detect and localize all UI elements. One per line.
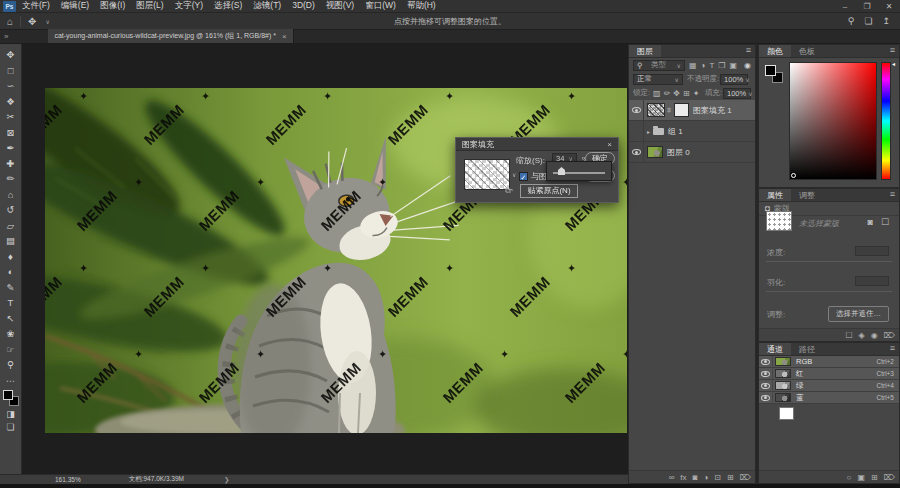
density-field[interactable]	[855, 246, 889, 256]
visibility-toggle[interactable]	[759, 368, 773, 380]
apply-mask-icon[interactable]: ◈	[859, 331, 865, 340]
filter-smart-object[interactable]: ▣	[729, 61, 737, 70]
filter-type[interactable]: T	[709, 61, 714, 70]
blend-mode-combo[interactable]: 正常 ∨	[633, 74, 683, 85]
lasso-tool-icon[interactable]: ∽	[0, 78, 22, 94]
custom-shape-tool-icon[interactable]: ❀	[0, 326, 22, 342]
visibility-toggle[interactable]	[629, 100, 644, 121]
edit-menu[interactable]: 编辑(E)	[61, 0, 89, 10]
move-tool-icon[interactable]: ✥	[0, 47, 22, 63]
tool-preset-caret[interactable]: ∨	[45, 18, 49, 25]
history-brush-tool-icon[interactable]: ↺	[0, 202, 22, 218]
panel-menu-icon[interactable]: ≡	[886, 45, 899, 57]
layer-effects-icon[interactable]: fx	[680, 473, 686, 482]
delete-layer-icon[interactable]: ⌦	[740, 473, 751, 482]
eraser-tool-icon[interactable]: ▱	[0, 218, 22, 234]
marquee-tool-icon[interactable]: □	[0, 63, 22, 79]
workspace-icon[interactable]: ❏	[864, 16, 872, 26]
layer-row-group[interactable]: ▸ 组 1	[629, 121, 755, 142]
zoom-level-field[interactable]: 161.35%	[55, 476, 81, 483]
share-icon[interactable]: ↥	[882, 16, 890, 26]
visibility-toggle[interactable]	[759, 356, 773, 368]
image-menu[interactable]: 图像(I)	[100, 0, 125, 10]
layer-menu[interactable]: 图层(L)	[136, 0, 163, 10]
eyedropper-tool-icon[interactable]: ✒	[0, 140, 22, 156]
feather-field[interactable]	[855, 276, 889, 286]
filter-pixel[interactable]: ▦	[689, 61, 697, 70]
type-menu[interactable]: 文字(Y)	[175, 0, 203, 10]
channel-row-rgb[interactable]: RGB Ctrl+2	[759, 356, 899, 368]
minimize-button[interactable]: –	[834, 2, 856, 11]
layer-name[interactable]: 图案填充 1	[693, 105, 732, 116]
color-marker[interactable]	[791, 173, 796, 178]
new-group-icon[interactable]: ⊡	[714, 473, 721, 482]
move-tool-icon[interactable]: ✥	[28, 16, 36, 27]
feather-slider[interactable]	[766, 291, 892, 292]
fill-combo[interactable]: 100% ∨	[723, 88, 751, 99]
search-icon[interactable]: ⚲	[848, 16, 855, 26]
select-menu[interactable]: 选择(S)	[214, 0, 242, 10]
channel-row-red[interactable]: 红 Ctrl+3	[759, 368, 899, 380]
foreground-color-swatch[interactable]	[3, 390, 13, 400]
lock-position[interactable]: ✥	[673, 89, 680, 98]
filter-adjustment[interactable]: ◑	[701, 61, 706, 70]
edit-toolbar-tool-icon[interactable]: ⋯	[0, 373, 22, 389]
visibility-toggle[interactable]	[759, 392, 773, 404]
layer-mask-thumbnail[interactable]	[674, 103, 689, 117]
group-expander-icon[interactable]: ▸	[647, 128, 650, 135]
home-icon[interactable]: ⌂	[7, 16, 13, 27]
pattern-fill-thumbnail[interactable]	[647, 103, 665, 117]
view-menu[interactable]: 视图(V)	[326, 0, 354, 10]
lock-paint[interactable]: ✏	[664, 89, 671, 98]
quick-mask-icon[interactable]: ◨	[6, 409, 15, 419]
density-slider[interactable]	[766, 261, 892, 262]
dialog-close-icon[interactable]: ×	[607, 140, 612, 149]
panel-menu-icon[interactable]: ≡	[886, 343, 899, 355]
mask-edge-icon[interactable]: ☐	[845, 331, 852, 340]
spot-healing-tool-icon[interactable]: ✚	[0, 156, 22, 172]
document-tab[interactable]: cat-young-animal-curious-wildcat-preview…	[48, 29, 293, 43]
mask-channel-thumbnail[interactable]	[779, 407, 794, 420]
brush-tool-icon[interactable]: ✏	[0, 171, 22, 187]
new-layer-icon[interactable]: ⊞	[727, 473, 734, 482]
help-menu[interactable]: 帮助(H)	[407, 0, 436, 10]
visibility-toggle[interactable]	[629, 142, 644, 163]
pattern-preview[interactable]	[464, 159, 510, 190]
frame-tool-icon[interactable]: ⊠	[0, 125, 22, 141]
dialog-title-bar[interactable]: 图案填充 ×	[456, 138, 618, 151]
layer-name[interactable]: 组 1	[668, 126, 683, 137]
delete-mask-icon[interactable]: ⌦	[884, 331, 895, 340]
filter-menu[interactable]: 滤镜(T)	[253, 0, 281, 10]
visibility-toggle[interactable]	[629, 121, 644, 142]
clone-stamp-tool-icon[interactable]: ⌂	[0, 187, 22, 203]
tab-channels[interactable]: 通道	[759, 343, 791, 355]
tab-adjustments[interactable]: 调整	[791, 189, 823, 201]
filter-pin-icon[interactable]: ◉	[744, 61, 751, 70]
crop-tool-icon[interactable]: ✂	[0, 109, 22, 125]
status-chevron-icon[interactable]: ❯	[224, 476, 229, 484]
filter-shape[interactable]: ❒	[718, 61, 725, 70]
visibility-toggle[interactable]	[759, 380, 773, 392]
zoom-tool-icon[interactable]: ⚲	[0, 357, 22, 373]
pattern-picker-caret-icon[interactable]: ∨	[512, 171, 516, 178]
type-tool-tool-icon[interactable]: T	[0, 295, 22, 311]
canvas-area[interactable]: MEMM✦MEMM✦MEMM✦MEMM✦MEMM✦MEMM✦MEMM✦MEMM✦…	[22, 44, 628, 474]
tab-properties[interactable]: 属性	[759, 189, 791, 201]
load-selection-icon[interactable]: ○	[847, 473, 852, 482]
snap-to-origin-button[interactable]: 贴紧原点(N)	[520, 184, 578, 198]
tab-close-icon[interactable]: ×	[282, 32, 287, 41]
tab-color[interactable]: 颜色	[759, 45, 791, 57]
foreground-color-swatch[interactable]	[765, 65, 776, 76]
hand-tool-icon[interactable]: ☞	[0, 342, 22, 358]
tab-swatches[interactable]: 色板	[791, 45, 823, 57]
filter-kind-combo[interactable]: ⚲ 类型 ∨	[633, 60, 685, 71]
screen-mode-icon[interactable]: ❏	[6, 422, 14, 432]
panel-menu-icon[interactable]: ≡	[886, 189, 899, 201]
window-menu[interactable]: 窗口(W)	[365, 0, 396, 10]
saturation-brightness-field[interactable]	[789, 62, 877, 180]
channel-row-green[interactable]: 绿 Ctrl+4	[759, 380, 899, 392]
panel-menu-icon[interactable]: ≡	[742, 45, 755, 57]
layer-name[interactable]: 图层 0	[667, 147, 690, 158]
enable-mask-icon[interactable]: ◉	[871, 331, 878, 340]
blur-tool-icon[interactable]: ♦	[0, 249, 22, 265]
